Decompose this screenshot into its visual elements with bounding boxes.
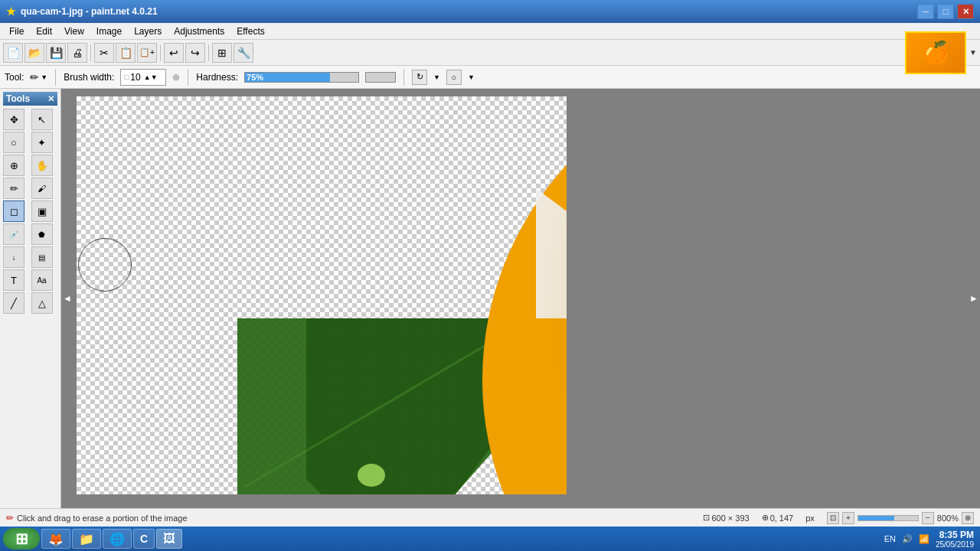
system-clock: 8:35 PM 25/05/2019 [936, 530, 974, 549]
zoom-slider[interactable] [858, 515, 919, 521]
rotate-dropdown[interactable]: ▼ [433, 73, 440, 81]
opts-separator-1 [55, 69, 56, 86]
crosshair-icon: ⊕ [762, 513, 769, 523]
close-button[interactable]: ✕ [957, 4, 974, 19]
eraser-status-icon: ✏ [6, 513, 14, 523]
print-button[interactable]: 🖨 [67, 43, 87, 63]
tool-options-bar: Tool: ✏ ▼ Brush width: □ 10 ▲▼ ⊕ Hardnes… [0, 66, 980, 89]
open-button[interactable]: 📂 [24, 43, 44, 63]
hardness-label: Hardness: [196, 72, 238, 83]
tool-clone[interactable]: ⬟ [31, 223, 53, 245]
circle-dropdown[interactable]: ▼ [468, 73, 475, 81]
hardness-slider[interactable]: 75% [244, 72, 359, 83]
zoom-fit-button[interactable]: ⊡ [827, 512, 839, 524]
tool-lasso[interactable]: ○ [3, 132, 24, 153]
opts-separator-2 [188, 69, 188, 86]
title-bar-left: ★ qua-cam-1.jpg - paint.net 4.0.21 [6, 5, 158, 18]
menu-effects[interactable]: Effects [230, 24, 270, 38]
menu-edit[interactable]: Edit [30, 24, 58, 38]
tool-move[interactable]: ↖ [31, 109, 53, 130]
menu-adjustments[interactable]: Adjustments [168, 24, 230, 38]
taskbar-clipboard[interactable]: C [133, 529, 155, 549]
tool-pan[interactable]: ✋ [31, 155, 53, 176]
zoom-value: 800% [937, 514, 959, 523]
clock-time: 8:35 PM [936, 530, 974, 540]
tools-panel-title: Tools ✕ [3, 92, 57, 106]
svg-point-3 [358, 464, 385, 487]
maximize-button[interactable]: □ [937, 4, 954, 19]
status-right: ⊡ 600 × 393 ⊕ 0, 147 px ⊡ + − 800% ⊕ [703, 512, 974, 524]
title-controls: ─ □ ✕ [917, 4, 974, 19]
new-button[interactable]: 📄 [3, 43, 23, 63]
tool-zoom[interactable]: ⊕ [3, 155, 24, 176]
volume-icon: 🔊 [902, 534, 913, 544]
undo-button[interactable]: ↩ [164, 43, 184, 63]
tool-color-picker[interactable]: 💉 [3, 223, 24, 245]
resize-icon: ⊡ [703, 513, 710, 523]
status-left: ✏ Click and drag to erase a portion of t… [6, 513, 688, 523]
menu-bar: File Edit View Image Layers Adjustments … [0, 23, 980, 40]
opts-separator-3 [403, 69, 404, 86]
grid-button[interactable]: ⊞ [212, 43, 232, 63]
taskbar-firefox[interactable]: 🦊 [41, 529, 70, 549]
tool-recolor[interactable]: ↓ [3, 246, 24, 268]
hardness-slider-right[interactable] [365, 72, 396, 83]
taskbar-chrome[interactable]: 🌐 [103, 529, 132, 549]
taskbar: ⊞ 🦊 📁 🌐 C 🖼 EN 🔊 📶 8:35 PM 25/05/2019 [0, 527, 980, 551]
cut-button[interactable]: ✂ [94, 43, 114, 63]
tool-pencil[interactable]: ✏ [3, 178, 24, 199]
thumbnail-dropdown[interactable]: ▼ [969, 48, 977, 57]
clipboard-icon: C [140, 533, 148, 545]
tool-text[interactable]: T [3, 269, 24, 291]
minimize-button[interactable]: ─ [917, 4, 934, 19]
menu-view[interactable]: View [58, 24, 90, 38]
zoom-in-button[interactable]: + [842, 512, 854, 524]
tool-move-selection[interactable]: ✥ [3, 109, 24, 130]
paintnet-icon: 🖼 [163, 532, 175, 546]
menu-image[interactable]: Image [90, 24, 128, 38]
tool-magic-wand[interactable]: ✦ [31, 132, 53, 153]
save-button[interactable]: 💾 [46, 43, 66, 63]
image-thumbnail[interactable]: 🍊 [905, 31, 966, 74]
taskbar-right: EN 🔊 📶 8:35 PM 25/05/2019 [884, 530, 977, 549]
scroll-right-arrow[interactable]: ► [969, 293, 978, 304]
tool-text2[interactable]: Aa [31, 269, 53, 291]
tool-line[interactable]: ╱ [3, 292, 24, 314]
tool-eraser[interactable]: ◻ [3, 201, 24, 222]
main-area: Tools ✕ ✥ ↖ ○ ✦ ⊕ ✋ ✏ 🖌 ◻ ▣ 💉 ⬟ ↓ ▤ [0, 89, 980, 508]
taskbar-paintnet[interactable]: 🖼 [156, 529, 182, 549]
chrome-icon: 🌐 [109, 532, 125, 546]
toolbar: 📄 📂 💾 🖨 ✂ 📋 📋+ ↩ ↪ ⊞ 🔧 🍊 ▼ [0, 40, 980, 66]
tool-paintbrush[interactable]: 🖌 [31, 178, 53, 199]
canvas-area[interactable]: ◄ ► ◄ ► [61, 89, 980, 508]
tool-fill[interactable]: ▣ [31, 201, 53, 222]
canvas-scroll-area: ◄ ► [61, 89, 980, 508]
image-size: ⊡ 600 × 393 [703, 513, 749, 523]
zoom-reset-button[interactable]: ⊕ [962, 512, 974, 524]
redo-button[interactable]: ↪ [185, 43, 205, 63]
canvas-wrapper[interactable] [77, 96, 567, 494]
firefox-icon: 🦊 [48, 532, 64, 546]
paste-button[interactable]: 📋+ [137, 43, 157, 63]
menu-file[interactable]: File [3, 24, 30, 38]
copy-button[interactable]: 📋 [116, 43, 136, 63]
tool-gradient[interactable]: ▤ [31, 246, 53, 268]
hardness-value: 75% [247, 73, 263, 82]
status-message: Click and drag to erase a portion of the… [17, 514, 188, 523]
zoom-out-button[interactable]: − [922, 512, 934, 524]
taskbar-files[interactable]: 📁 [72, 529, 101, 549]
start-button[interactable]: ⊞ [3, 528, 40, 549]
tool-dropdown-arrow[interactable]: ▼ [41, 73, 47, 81]
settings-button[interactable]: 🔧 [234, 43, 253, 63]
menu-layers[interactable]: Layers [128, 24, 168, 38]
scroll-left-arrow[interactable]: ◄ [63, 293, 72, 304]
rotate-cw-button[interactable]: ↻ [412, 70, 427, 85]
tool-shapes[interactable]: △ [31, 292, 53, 314]
separator-1 [90, 44, 91, 61]
brush-width-control: □ 10 ▲▼ [120, 69, 166, 86]
tools-close-button[interactable]: ✕ [47, 94, 54, 104]
language-indicator: EN [884, 534, 896, 543]
circle-button[interactable]: ○ [446, 70, 462, 85]
brush-size-icon[interactable]: ⊕ [172, 72, 180, 83]
brush-width-arrows[interactable]: ▲▼ [144, 73, 158, 81]
